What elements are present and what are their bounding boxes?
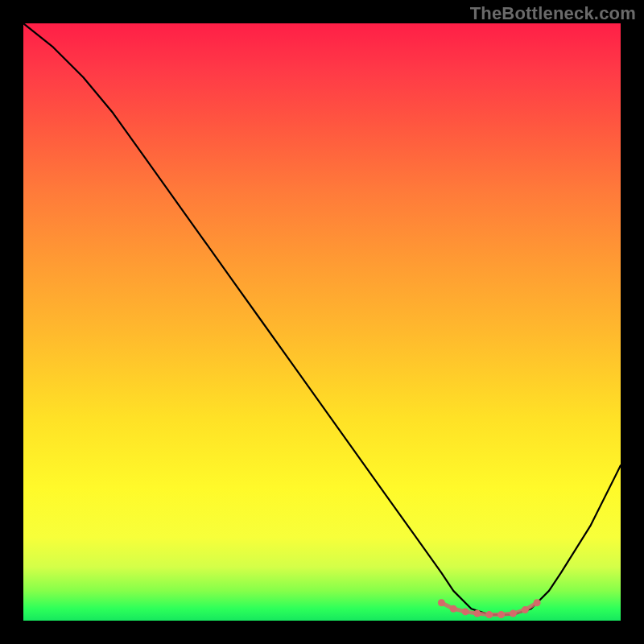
svg-point-5 — [497, 611, 505, 618]
chart-svg — [23, 23, 621, 621]
svg-point-6 — [510, 610, 517, 617]
svg-point-1 — [450, 605, 457, 613]
plot-area — [23, 23, 621, 621]
chart-container: TheBottleneck.com — [0, 0, 644, 644]
bottleneck-curve-line — [23, 23, 621, 615]
svg-point-0 — [438, 599, 445, 606]
svg-point-8 — [534, 599, 541, 606]
svg-point-7 — [522, 606, 529, 613]
svg-point-2 — [462, 608, 469, 615]
watermark-text: TheBottleneck.com — [470, 3, 636, 24]
svg-point-3 — [473, 610, 481, 617]
svg-point-4 — [485, 611, 493, 618]
optimal-region-markers — [438, 599, 541, 618]
